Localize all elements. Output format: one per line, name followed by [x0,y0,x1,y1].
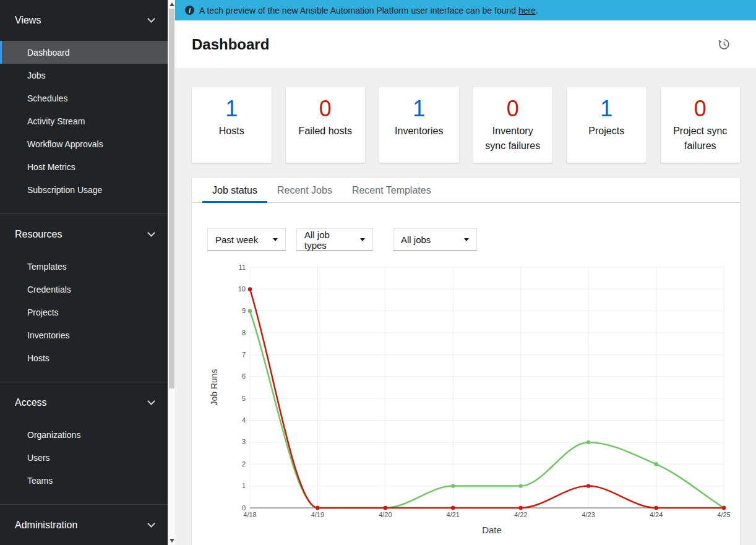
sidebar-section-access: Access Organizations Users Teams [0,382,168,504]
page-header: Dashboard [175,20,756,68]
svg-text:4/24: 4/24 [650,511,663,518]
sidebar-item-workflow-approvals[interactable]: Workflow Approvals [0,132,168,155]
banner-text-body: A tech preview of the new Ansible Automa… [199,6,516,15]
svg-text:4/20: 4/20 [379,511,392,518]
svg-text:11: 11 [239,264,246,271]
card-inventory-sync-failures-count[interactable]: 0 [477,96,549,121]
sidebar-item-templates[interactable]: Templates [0,255,168,278]
period-select[interactable]: Past week [207,228,286,251]
sidebar-section-access-toggle[interactable]: Access [15,393,154,412]
sidebar-section-resources-toggle[interactable]: Resources [15,225,154,244]
sidebar-item-label: Users [27,453,50,463]
sidebar-section-administration-toggle[interactable]: Administration [15,516,154,534]
sidebar-item-label: Inventories [27,330,69,340]
sidebar-item-activity-stream[interactable]: Activity Stream [0,109,168,132]
dashboard-content: 1 Hosts 0 Failed hosts 1 Inventories 0 I… [175,68,756,545]
sidebar-item-label: Workflow Approvals [27,139,103,149]
card-hosts-count[interactable]: 1 [195,96,268,121]
card-inventories[interactable]: 1 Inventories [379,87,459,163]
caret-down-icon [464,238,469,241]
sidebar-item-host-metrics[interactable]: Host Metrics [0,155,168,178]
banner-suffix: . [536,6,538,15]
svg-text:7: 7 [242,351,246,358]
history-icon[interactable] [718,38,730,50]
scrollbar-down-arrow[interactable] [170,539,174,543]
tab-recent-jobs[interactable]: Recent Jobs [267,178,342,203]
card-inventory-sync-failures[interactable]: 0 Inventory sync failures [473,87,553,163]
panel-tabs: Job status Recent Jobs Recent Templates [192,178,740,203]
card-failed-hosts-count[interactable]: 0 [290,96,362,121]
job-filter-select-value: All jobs [401,234,431,245]
svg-text:2: 2 [242,460,246,468]
card-projects[interactable]: 1 Projects [567,87,646,163]
chart-x-axis-label: Date [202,525,734,535]
sidebar-item-label: Jobs [27,71,46,80]
tech-preview-banner: i A tech preview of the new Ansible Auto… [175,0,756,20]
sidebar-item-label: Hosts [27,353,49,363]
sidebar-section-administration: Administration Credential Types [0,504,168,545]
card-projects-label: Projects [570,124,643,138]
tab-recent-templates[interactable]: Recent Templates [342,178,441,203]
job-type-select-value: All job types [304,230,353,251]
tab-job-status[interactable]: Job status [202,178,267,203]
card-project-sync-failures-count[interactable]: 0 [664,96,737,121]
job-runs-chart: Job Runs 4/184/194/204/214/224/234/244/2… [202,262,734,535]
card-project-sync-failures[interactable]: 0 Project sync failures [661,87,741,163]
sidebar-item-subscription-usage[interactable]: Subscription Usage [0,178,168,201]
job-filter-select[interactable]: All jobs [393,228,477,251]
job-type-select[interactable]: All job types [296,228,373,251]
card-hosts-label: Hosts [195,124,268,138]
card-failed-hosts[interactable]: 0 Failed hosts [286,87,366,163]
chevron-down-icon [147,397,155,405]
svg-text:4/19: 4/19 [311,511,324,518]
sidebar-item-label: Schedules [27,93,67,103]
sidebar-item-inventories[interactable]: Inventories [0,324,168,346]
main-area: i A tech preview of the new Ansible Auto… [175,0,756,545]
card-projects-count[interactable]: 1 [570,96,643,121]
scrollbar-thumb[interactable] [169,9,174,388]
sidebar-item-hosts[interactable]: Hosts [0,346,168,369]
sidebar-section-label: Access [15,397,47,408]
svg-text:4/23: 4/23 [582,511,595,518]
sidebar-section-label: Resources [15,229,62,240]
sidebar-item-label: Projects [27,307,59,317]
chevron-down-icon [147,15,155,23]
svg-text:10: 10 [238,285,246,293]
sidebar-item-projects[interactable]: Projects [0,301,168,324]
page-title: Dashboard [192,36,269,53]
sidebar-scrollbar [168,0,175,545]
sidebar-item-credentials[interactable]: Credentials [0,278,168,301]
sidebar-item-label: Subscription Usage [27,185,102,195]
svg-text:8: 8 [242,329,246,337]
sidebar-item-label: Dashboard [27,48,70,58]
period-select-value: Past week [215,234,258,245]
caret-down-icon [273,238,278,241]
sidebar-section-label: Administration [15,520,77,531]
line-chart: 4/184/194/204/214/224/234/244/2501234567… [202,262,734,522]
chart-filters: Past week All job types All jobs [207,228,740,251]
sidebar-item-teams[interactable]: Teams [0,469,168,492]
svg-text:4: 4 [242,416,246,424]
svg-text:0: 0 [242,504,246,512]
svg-text:4/22: 4/22 [514,511,527,518]
sidebar-item-label: Host Metrics [27,162,75,172]
sidebar-item-users[interactable]: Users [0,446,168,469]
sidebar-item-organizations[interactable]: Organizations [0,423,168,446]
sidebar-item-jobs[interactable]: Jobs [0,64,168,87]
card-inventories-count[interactable]: 1 [383,96,455,121]
sidebar: Views Dashboard Jobs Schedules Activity … [0,0,168,545]
sidebar-item-schedules[interactable]: Schedules [0,87,168,109]
summary-cards: 1 Hosts 0 Failed hosts 1 Inventories 0 I… [192,87,740,163]
sidebar-item-label: Templates [27,262,67,272]
sidebar-section-resources: Resources Templates Credentials Projects… [0,213,168,382]
sidebar-item-dashboard[interactable]: Dashboard [0,41,168,64]
app-window: Views Dashboard Jobs Schedules Activity … [0,0,756,545]
caret-down-icon [360,238,365,241]
card-hosts[interactable]: 1 Hosts [192,87,272,163]
svg-text:4/18: 4/18 [243,511,256,518]
banner-here-link[interactable]: here [518,6,536,15]
sidebar-item-label: Credentials [27,285,71,294]
sidebar-section-views-toggle[interactable]: Views [15,11,154,30]
svg-text:9: 9 [242,307,246,314]
scrollbar-up-arrow[interactable] [170,2,174,6]
